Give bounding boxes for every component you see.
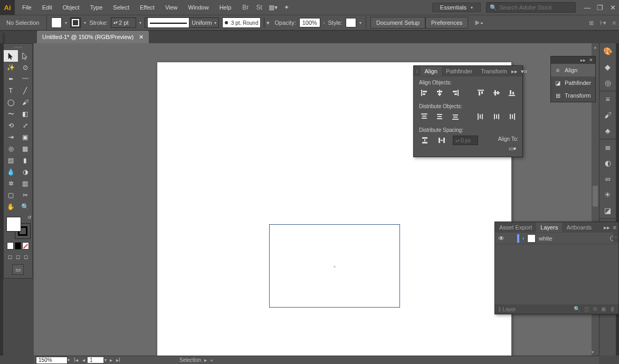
menu-window[interactable]: Window [184, 2, 213, 13]
rectangle-shape[interactable]: × [269, 224, 400, 308]
hdist-center-icon[interactable] [491, 111, 502, 122]
stroke-variable-dropdown[interactable]: Uniform ▾ [145, 17, 219, 28]
color-gradient[interactable] [15, 242, 22, 250]
panel-tab-align[interactable]: ≡ Align [551, 64, 595, 76]
visibility-icon[interactable]: 👁 [498, 235, 506, 242]
type-tool[interactable]: T [4, 85, 18, 97]
scale-tool[interactable]: ⤢ [18, 120, 32, 131]
chevron-down-icon[interactable]: ▾ [359, 21, 361, 25]
workspace-switcher[interactable]: Essentials ▾ [432, 3, 481, 12]
screen-mode-button[interactable]: ▭ [12, 264, 24, 275]
free-transform-tool[interactable]: ▣ [18, 131, 32, 143]
rotate-tool[interactable]: ⟲ [4, 120, 18, 131]
bridge-icon[interactable]: Br [241, 3, 250, 12]
align-hcenter-icon[interactable] [435, 88, 445, 98]
new-sublayer-icon[interactable]: ⧉ [593, 306, 597, 312]
graphic-style-swatch[interactable] [346, 18, 356, 27]
next-artboard-icon[interactable]: ▸ [108, 357, 114, 363]
eraser-tool[interactable]: ◧ [18, 108, 32, 120]
vdist-center-icon[interactable] [435, 111, 445, 122]
layer-name[interactable]: white [539, 235, 553, 242]
clip-mask-icon[interactable]: ◫ [584, 306, 589, 312]
pathfinder-tab[interactable]: Pathfinder [442, 66, 477, 76]
align-to-dropdown[interactable]: ▭▾ [507, 143, 518, 154]
menu-type[interactable]: Type [86, 2, 107, 13]
align-tab[interactable]: Align [421, 66, 442, 76]
last-artboard-icon[interactable]: ▸I [115, 357, 121, 363]
menu-help[interactable]: Help [215, 2, 236, 13]
align-controls-icon[interactable]: ⫸▾ [474, 20, 483, 26]
artboards-tab[interactable]: Artboards [562, 223, 596, 232]
search-stock[interactable]: 🔍 [486, 2, 576, 13]
scroll-left-icon[interactable]: ◂ [210, 357, 213, 363]
document-setup-button[interactable]: Document Setup [370, 17, 425, 28]
graph-tool[interactable]: ▥ [18, 178, 32, 189]
layer-row[interactable]: 👁 › white [495, 233, 618, 244]
panel-menu-icon[interactable]: ≡ [613, 224, 616, 231]
eyedropper-tool[interactable]: 💧 [4, 166, 18, 178]
ellipse-tool[interactable]: ◯ [4, 97, 18, 108]
chevron-down-icon[interactable]: ▾ [139, 21, 141, 25]
slice-tool[interactable]: ✂ [18, 189, 32, 201]
close-panel-icon[interactable]: ✕ [589, 58, 593, 63]
align-right-icon[interactable] [450, 88, 461, 98]
paintbrush-tool[interactable]: 🖌 [18, 97, 32, 108]
pencil-tool[interactable]: 〜 [4, 108, 18, 120]
magic-wand-tool[interactable]: ✨ [4, 62, 18, 73]
tabstrip-grip[interactable] [2, 33, 5, 43]
artboard-tool[interactable]: ▢ [4, 189, 18, 201]
document-tab[interactable]: Untitled-1* @ 150% (RGB/Preview) ✕ [37, 31, 149, 43]
align-left-icon[interactable] [419, 88, 430, 98]
transform-tab[interactable]: Transform [477, 66, 511, 76]
stroke-weight-input[interactable]: ▴▾ 2 pt [111, 17, 136, 28]
new-layer-icon[interactable]: ▣ [601, 306, 606, 312]
gradient-tool[interactable]: ▮ [18, 155, 32, 166]
vdist-top-icon[interactable] [419, 111, 430, 122]
shape-panel-icon[interactable]: ◆ [603, 62, 613, 72]
opacity-input[interactable]: 100% [299, 18, 320, 27]
chevron-down-icon[interactable]: ▾ [68, 358, 70, 362]
chevron-right-icon[interactable]: › [323, 21, 325, 25]
flat-panel-icon[interactable]: ≣ [603, 142, 613, 152]
chevron-down-icon[interactable]: ▾ [104, 358, 107, 362]
menu-effect[interactable]: Effect [136, 2, 159, 13]
align-vcenter-icon[interactable] [491, 88, 502, 98]
panel-menu-icon[interactable]: ▾≡ [521, 68, 527, 75]
graphic-styles-icon[interactable]: ◪ [603, 206, 613, 215]
fill-color[interactable] [6, 217, 21, 232]
align-dropdown-icon[interactable]: ⊦▾ [600, 20, 606, 26]
width-tool[interactable]: ⇥ [4, 131, 18, 143]
status-dropdown-icon[interactable]: ▸ [204, 357, 207, 363]
brushes-panel-icon[interactable]: 🖌 [603, 110, 613, 120]
fill-swatch[interactable] [51, 17, 62, 28]
vdist-bottom-icon[interactable] [450, 111, 461, 122]
perspective-tool[interactable]: ▦ [18, 143, 32, 155]
menu-object[interactable]: Object [59, 2, 84, 13]
minimize-button[interactable]: — [581, 1, 594, 14]
layers-tab[interactable]: Layers [536, 223, 562, 232]
hdist-right-icon[interactable] [507, 111, 517, 122]
symbol-panel-icon[interactable]: ♣ [603, 126, 613, 136]
chevron-down-icon[interactable]: ▾ [264, 17, 271, 28]
stroke-panel-icon[interactable]: ≡ [603, 94, 613, 104]
menu-select[interactable]: Select [109, 2, 134, 13]
close-tab-icon[interactable]: ✕ [139, 34, 144, 41]
asset-export-tab[interactable]: Asset Export [495, 223, 536, 232]
menu-edit[interactable]: Edit [38, 2, 56, 13]
cc-libraries-icon[interactable]: ∞ [603, 174, 613, 184]
expand-layer-icon[interactable]: › [522, 236, 524, 241]
chevron-down-icon[interactable]: ▾ [84, 21, 86, 25]
selection-tool[interactable] [4, 50, 18, 62]
collapse-icon[interactable]: ▸▸ [580, 58, 586, 63]
pen-tool[interactable]: ✒ [4, 73, 18, 85]
snap-pixel-icon[interactable]: ⊞ [589, 20, 594, 26]
stock-icon[interactable]: St [254, 3, 264, 12]
delete-layer-icon[interactable]: 🗑 [610, 306, 615, 312]
scroll-thumb[interactable] [593, 186, 598, 207]
zoom-tool[interactable]: 🔍 [18, 201, 32, 213]
stroke-swatch[interactable] [70, 17, 81, 28]
fill-stroke-control[interactable]: ↺ [5, 216, 31, 239]
curvature-tool[interactable]: 〰 [18, 73, 32, 85]
align-top-icon[interactable] [475, 88, 486, 98]
align-bottom-icon[interactable] [507, 88, 517, 98]
